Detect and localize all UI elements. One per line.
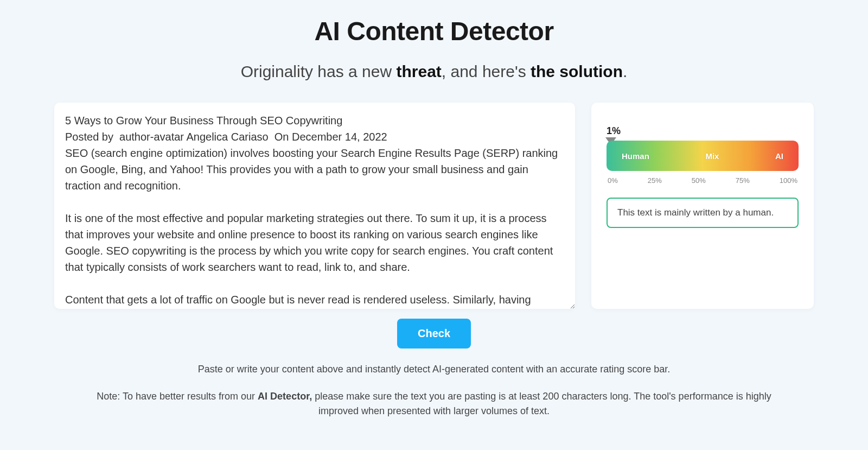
subtitle-bold-solution: the solution — [531, 62, 623, 80]
gauge-label-ai: AI — [775, 151, 783, 161]
gauge-label-human: Human — [622, 151, 649, 161]
note-post: please make sure the text you are pastin… — [312, 391, 771, 416]
instruction-text: Paste or write your content above and in… — [54, 364, 814, 375]
note-text: Note: To have better results from our AI… — [54, 389, 814, 419]
page-subtitle: Originality has a new threat, and here's… — [54, 62, 814, 81]
page-title: AI Content Detector — [54, 16, 814, 46]
percent-label: 1% — [607, 125, 621, 137]
subtitle-pre: Originality has a new — [241, 62, 397, 80]
note-bold: AI Detector, — [258, 391, 312, 402]
subtitle-mid: , and here's — [442, 62, 531, 80]
gauge-label-mix: Mix — [705, 151, 719, 161]
check-button[interactable]: Check — [397, 319, 471, 348]
tick-75: 75% — [736, 176, 750, 185]
result-panel: 1% Human Mix AI 0% 25% 50% 75% 100% This… — [591, 103, 814, 309]
subtitle-bold-threat: threat — [396, 62, 441, 80]
gauge: 1% Human Mix AI 0% 25% 50% 75% 100% — [607, 141, 799, 185]
gauge-bar: Human Mix AI — [607, 141, 799, 171]
verdict-box: This text is mainly written by a human. — [607, 198, 799, 228]
tick-50: 50% — [692, 176, 706, 185]
gauge-ticks: 0% 25% 50% 75% 100% — [607, 176, 799, 185]
subtitle-post: . — [623, 62, 627, 80]
tick-0: 0% — [608, 176, 618, 185]
content-textarea[interactable] — [54, 103, 575, 309]
input-panel — [54, 103, 575, 309]
tick-25: 25% — [648, 176, 662, 185]
note-pre: Note: To have better results from our — [97, 391, 258, 402]
tick-100: 100% — [780, 176, 797, 185]
